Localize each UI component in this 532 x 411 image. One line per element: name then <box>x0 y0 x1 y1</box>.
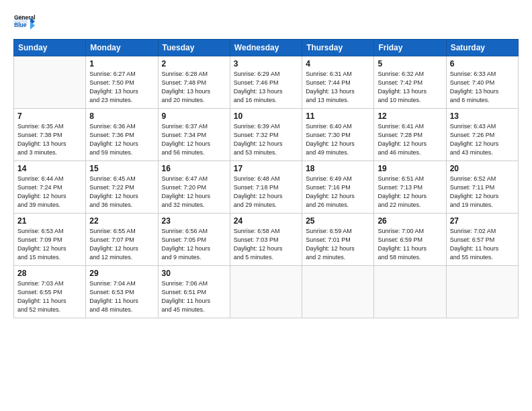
day-info: Sunrise: 6:48 AM Sunset: 7:18 PM Dayligh… <box>234 175 298 210</box>
day-info: Sunrise: 6:40 AM Sunset: 7:30 PM Dayligh… <box>306 122 370 157</box>
day-number: 4 <box>306 59 370 68</box>
svg-text:Blue: Blue <box>14 21 27 28</box>
cell-w1-d5: 4Sunrise: 6:31 AM Sunset: 7:44 PM Daylig… <box>302 56 374 109</box>
day-number: 28 <box>17 269 82 278</box>
day-info: Sunrise: 6:52 AM Sunset: 7:11 PM Dayligh… <box>450 175 515 210</box>
day-number: 5 <box>378 59 442 68</box>
cell-w2-d1: 7Sunrise: 6:35 AM Sunset: 7:38 PM Daylig… <box>14 109 86 161</box>
day-number: 9 <box>162 111 226 121</box>
day-number: 2 <box>162 59 226 68</box>
day-info: Sunrise: 6:37 AM Sunset: 7:34 PM Dayligh… <box>162 122 226 157</box>
day-number: 20 <box>450 164 515 173</box>
header-tuesday: Tuesday <box>158 40 230 56</box>
header-wednesday: Wednesday <box>230 40 302 56</box>
day-number: 22 <box>89 216 154 226</box>
cell-w2-d4: 10Sunrise: 6:39 AM Sunset: 7:32 PM Dayli… <box>230 109 302 161</box>
cell-w4-d6: 26Sunrise: 7:00 AM Sunset: 6:59 PM Dayli… <box>374 214 446 266</box>
day-info: Sunrise: 6:55 AM Sunset: 7:07 PM Dayligh… <box>89 227 154 262</box>
day-info: Sunrise: 6:33 AM Sunset: 7:40 PM Dayligh… <box>450 70 515 105</box>
day-info: Sunrise: 6:28 AM Sunset: 7:48 PM Dayligh… <box>162 70 226 105</box>
weekday-header-row: Sunday Monday Tuesday Wednesday Thursday… <box>14 40 519 56</box>
cell-w3-d1: 14Sunrise: 6:44 AM Sunset: 7:24 PM Dayli… <box>14 161 86 214</box>
cell-w2-d2: 8Sunrise: 6:36 AM Sunset: 7:36 PM Daylig… <box>86 109 158 161</box>
cell-w2-d6: 12Sunrise: 6:41 AM Sunset: 7:28 PM Dayli… <box>374 109 446 161</box>
day-number: 7 <box>17 111 82 121</box>
cell-w3-d7: 20Sunrise: 6:52 AM Sunset: 7:11 PM Dayli… <box>446 161 518 214</box>
day-info: Sunrise: 7:06 AM Sunset: 6:51 PM Dayligh… <box>162 279 226 314</box>
cell-w4-d5: 25Sunrise: 6:59 AM Sunset: 7:01 PM Dayli… <box>302 214 374 266</box>
day-info: Sunrise: 6:39 AM Sunset: 7:32 PM Dayligh… <box>234 122 298 157</box>
calendar-page: General Blue Sunday Monday Tuesday Wedne… <box>0 0 532 411</box>
calendar-table: Sunday Monday Tuesday Wednesday Thursday… <box>13 39 519 318</box>
day-info: Sunrise: 6:51 AM Sunset: 7:13 PM Dayligh… <box>378 175 442 210</box>
cell-w4-d1: 21Sunrise: 6:53 AM Sunset: 7:09 PM Dayli… <box>14 214 86 266</box>
cell-w3-d4: 17Sunrise: 6:48 AM Sunset: 7:18 PM Dayli… <box>230 161 302 214</box>
day-info: Sunrise: 6:35 AM Sunset: 7:38 PM Dayligh… <box>17 122 82 157</box>
day-info: Sunrise: 6:45 AM Sunset: 7:22 PM Dayligh… <box>89 175 154 210</box>
cell-w5-d7 <box>446 266 518 318</box>
day-number: 8 <box>89 111 154 121</box>
day-info: Sunrise: 6:31 AM Sunset: 7:44 PM Dayligh… <box>306 70 370 105</box>
day-number: 18 <box>306 164 370 173</box>
day-info: Sunrise: 7:03 AM Sunset: 6:55 PM Dayligh… <box>17 279 82 314</box>
header: General Blue <box>13 11 519 32</box>
cell-w1-d7: 6Sunrise: 6:33 AM Sunset: 7:40 PM Daylig… <box>446 56 518 109</box>
cell-w5-d6 <box>374 266 446 318</box>
cell-w5-d4 <box>230 266 302 318</box>
day-info: Sunrise: 6:49 AM Sunset: 7:16 PM Dayligh… <box>306 175 370 210</box>
day-info: Sunrise: 6:27 AM Sunset: 7:50 PM Dayligh… <box>89 70 154 105</box>
day-number: 1 <box>89 59 154 68</box>
cell-w3-d5: 18Sunrise: 6:49 AM Sunset: 7:16 PM Dayli… <box>302 161 374 214</box>
day-number: 15 <box>89 164 154 173</box>
day-number: 14 <box>17 164 82 173</box>
header-friday: Friday <box>374 40 446 56</box>
day-number: 24 <box>234 216 298 226</box>
day-info: Sunrise: 6:58 AM Sunset: 7:03 PM Dayligh… <box>234 227 298 262</box>
day-number: 6 <box>450 59 515 68</box>
week-row-1: 1Sunrise: 6:27 AM Sunset: 7:50 PM Daylig… <box>14 56 519 109</box>
cell-w3-d3: 16Sunrise: 6:47 AM Sunset: 7:20 PM Dayli… <box>158 161 230 214</box>
day-number: 12 <box>378 111 442 121</box>
cell-w1-d4: 3Sunrise: 6:29 AM Sunset: 7:46 PM Daylig… <box>230 56 302 109</box>
day-number: 25 <box>306 216 370 226</box>
cell-w1-d3: 2Sunrise: 6:28 AM Sunset: 7:48 PM Daylig… <box>158 56 230 109</box>
day-info: Sunrise: 6:43 AM Sunset: 7:26 PM Dayligh… <box>450 122 515 157</box>
header-monday: Monday <box>86 40 158 56</box>
day-info: Sunrise: 7:02 AM Sunset: 6:57 PM Dayligh… <box>450 227 515 262</box>
day-number: 19 <box>378 164 442 173</box>
day-number: 27 <box>450 216 515 226</box>
day-info: Sunrise: 6:32 AM Sunset: 7:42 PM Dayligh… <box>378 70 442 105</box>
cell-w4-d4: 24Sunrise: 6:58 AM Sunset: 7:03 PM Dayli… <box>230 214 302 266</box>
day-info: Sunrise: 6:44 AM Sunset: 7:24 PM Dayligh… <box>17 175 82 210</box>
cell-w1-d6: 5Sunrise: 6:32 AM Sunset: 7:42 PM Daylig… <box>374 56 446 109</box>
cell-w2-d3: 9Sunrise: 6:37 AM Sunset: 7:34 PM Daylig… <box>158 109 230 161</box>
cell-w1-d1 <box>14 56 86 109</box>
week-row-2: 7Sunrise: 6:35 AM Sunset: 7:38 PM Daylig… <box>14 109 519 161</box>
header-saturday: Saturday <box>446 40 518 56</box>
week-row-3: 14Sunrise: 6:44 AM Sunset: 7:24 PM Dayli… <box>14 161 519 214</box>
day-number: 17 <box>234 164 298 173</box>
day-info: Sunrise: 7:04 AM Sunset: 6:53 PM Dayligh… <box>89 279 154 314</box>
day-info: Sunrise: 6:36 AM Sunset: 7:36 PM Dayligh… <box>89 122 154 157</box>
header-sunday: Sunday <box>14 40 86 56</box>
day-info: Sunrise: 6:41 AM Sunset: 7:28 PM Dayligh… <box>378 122 442 157</box>
header-thursday: Thursday <box>302 40 374 56</box>
day-number: 13 <box>450 111 515 121</box>
cell-w5-d5 <box>302 266 374 318</box>
day-info: Sunrise: 6:53 AM Sunset: 7:09 PM Dayligh… <box>17 227 82 262</box>
cell-w3-d6: 19Sunrise: 6:51 AM Sunset: 7:13 PM Dayli… <box>374 161 446 214</box>
week-row-4: 21Sunrise: 6:53 AM Sunset: 7:09 PM Dayli… <box>14 214 519 266</box>
day-number: 16 <box>162 164 226 173</box>
day-number: 10 <box>234 111 298 121</box>
cell-w5-d2: 29Sunrise: 7:04 AM Sunset: 6:53 PM Dayli… <box>86 266 158 318</box>
cell-w4-d3: 23Sunrise: 6:56 AM Sunset: 7:05 PM Dayli… <box>158 214 230 266</box>
day-info: Sunrise: 6:29 AM Sunset: 7:46 PM Dayligh… <box>234 70 298 105</box>
day-number: 26 <box>378 216 442 226</box>
cell-w5-d1: 28Sunrise: 7:03 AM Sunset: 6:55 PM Dayli… <box>14 266 86 318</box>
day-info: Sunrise: 7:00 AM Sunset: 6:59 PM Dayligh… <box>378 227 442 262</box>
day-info: Sunrise: 6:59 AM Sunset: 7:01 PM Dayligh… <box>306 227 370 262</box>
logo: General Blue <box>13 11 35 32</box>
cell-w1-d2: 1Sunrise: 6:27 AM Sunset: 7:50 PM Daylig… <box>86 56 158 109</box>
day-info: Sunrise: 6:47 AM Sunset: 7:20 PM Dayligh… <box>162 175 226 210</box>
cell-w4-d7: 27Sunrise: 7:02 AM Sunset: 6:57 PM Dayli… <box>446 214 518 266</box>
